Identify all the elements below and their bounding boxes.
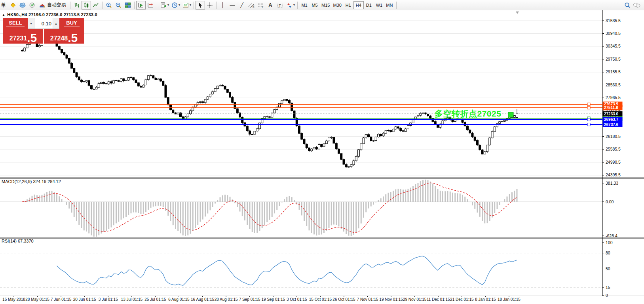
auto-scroll-icon[interactable]	[136, 1, 146, 10]
sell-price[interactable]: 27231 .5	[3, 29, 43, 44]
equidistant-channel-icon[interactable]: E	[247, 1, 256, 10]
templates-icon[interactable]	[181, 1, 190, 10]
rsi-axis-label: 100	[606, 240, 613, 245]
buy-label: BUY	[64, 20, 79, 27]
trendline-icon[interactable]: ╱	[237, 1, 247, 10]
new-order-button[interactable]: 单	[1, 2, 6, 9]
timeframe-m15[interactable]: M15	[320, 1, 331, 9]
timeframe-w1[interactable]: W1	[374, 1, 384, 9]
horizontal-line-icon[interactable]: —	[228, 1, 237, 10]
price-tick-label: 31535.5	[606, 18, 621, 23]
price-tick-label: 30940.5	[606, 31, 621, 36]
annotation-marker	[508, 112, 513, 117]
autotrading-button[interactable]: 自动交易	[37, 1, 68, 10]
rsi-line	[57, 256, 517, 285]
indicators-icon[interactable]	[159, 1, 168, 10]
price-badge: 26737.6	[604, 122, 619, 127]
price-badge: 27233.0	[604, 112, 619, 116]
rsi-indicator-label: RSI(14) 67.3370	[2, 239, 34, 243]
timeframe-mn[interactable]: MN	[384, 1, 395, 9]
text-label-icon[interactable]: T	[275, 1, 285, 10]
svg-text:T: T	[279, 3, 281, 7]
fibonacci-icon[interactable]: F	[256, 1, 266, 10]
sell-price-main: 27231	[9, 35, 27, 42]
vertical-line-icon[interactable]: │	[218, 1, 228, 10]
rsi-axis-label: 80	[606, 250, 610, 255]
zoom-out-icon[interactable]	[114, 1, 123, 10]
line-chart-icon[interactable]	[91, 1, 101, 10]
text-icon[interactable]: A	[266, 1, 275, 10]
autotrading-hat-icon	[39, 2, 46, 8]
tile-windows-icon[interactable]	[123, 1, 133, 10]
indicators-dropdown-caret[interactable]: ▾	[167, 3, 169, 7]
timeframe-h4[interactable]: H4	[353, 1, 364, 9]
price-tick-label: 25585.5	[606, 147, 621, 151]
chat-icon[interactable]	[632, 1, 642, 10]
bar-chart-icon[interactable]	[72, 1, 82, 10]
price-tick-label: 29750.5	[606, 57, 621, 61]
volume-increase-button[interactable]: ▲	[53, 18, 59, 29]
line-handle	[587, 103, 590, 105]
volume-control: ▼ ▲	[28, 18, 59, 29]
autotrading-label: 自动交易	[47, 2, 66, 8]
date-label: 18 Jan 01:15	[494, 297, 524, 302]
periods-clock-icon[interactable]	[170, 1, 179, 10]
separator	[134, 2, 135, 9]
chart-title: HK50-,H4 27196.0 27236.0 27113.5 27233.0	[7, 12, 97, 17]
macd-histogram	[22, 180, 517, 237]
macd-axis-label: 381.33	[606, 181, 618, 185]
price-tick-label: 24990.5	[606, 160, 621, 164]
arrows-dropdown-caret[interactable]: ▾	[293, 3, 295, 7]
chart-canvas[interactable]: 31535.530940.530345.529750.529155.528560…	[0, 10, 644, 304]
volume-decrease-button[interactable]: ▼	[28, 18, 34, 29]
cursor-icon[interactable]	[196, 1, 205, 10]
separator	[216, 2, 217, 9]
buy-price-frac: .5	[68, 33, 78, 43]
volume-input[interactable]	[34, 18, 53, 29]
price-tick-label: 29155.5	[606, 69, 621, 74]
rsi-axis-label: 50	[606, 266, 610, 271]
collapse-arrow-icon[interactable]: ▲	[2, 13, 5, 17]
price-axis: 31535.530940.530345.529750.529155.528560…	[602, 18, 621, 178]
search-icon[interactable]	[623, 1, 632, 10]
timeframe-m30[interactable]: M30	[331, 1, 343, 9]
separator	[70, 2, 70, 9]
svg-text:F: F	[262, 6, 264, 8]
price-badge: 26963.7	[604, 117, 619, 122]
buy-price[interactable]: 27248 .5	[44, 29, 84, 44]
periods-dropdown-caret[interactable]: ▾	[179, 3, 180, 7]
expert-icon[interactable]	[8, 1, 18, 10]
rsi-axis-label: 0	[606, 293, 608, 298]
crosshair-icon[interactable]	[205, 1, 215, 10]
buy-button[interactable]: BUY	[59, 18, 84, 29]
templates-dropdown-caret[interactable]: ▾	[190, 3, 191, 7]
macd-axis-label: 0.00	[606, 199, 614, 204]
chart-title-bar: ▲ HK50-,H4 27196.0 27236.0 27113.5 27233…	[2, 12, 97, 17]
timeframe-m5[interactable]: M5	[310, 1, 320, 9]
arrows-icon[interactable]	[285, 1, 294, 10]
line-handle	[587, 106, 590, 109]
timeframe-h1[interactable]: H1	[343, 1, 353, 9]
cloud-icon[interactable]	[18, 1, 27, 10]
line-handle	[587, 123, 590, 126]
separator	[194, 2, 194, 9]
zoom-in-icon[interactable]	[104, 1, 114, 10]
price-tick-label: 28560.5	[606, 82, 621, 87]
timeframe-d1[interactable]: D1	[364, 1, 374, 9]
timeframe-m1[interactable]: M1	[299, 1, 310, 9]
price-tick-label: 27965.5	[606, 95, 621, 100]
separator	[396, 2, 397, 9]
sell-label: SELL	[6, 20, 24, 27]
price-tick-label: 30345.5	[606, 44, 621, 48]
separator	[297, 2, 298, 9]
main-toolbar: 单 自动交易 ▾ ▾ ▾ │	[0, 0, 644, 10]
price-badge: 27511.8	[604, 105, 618, 110]
price-tick-label: 24395.5	[606, 172, 621, 177]
price-badges: 27673.927511.827025.726963.726737.627233…	[603, 101, 623, 127]
candlestick-icon[interactable]	[82, 1, 91, 10]
buy-price-main: 27248	[50, 35, 68, 42]
signal-icon[interactable]	[27, 1, 37, 10]
chart-shift-icon[interactable]	[146, 1, 155, 10]
sell-button[interactable]: SELL	[3, 18, 28, 29]
sell-price-frac: .5	[27, 33, 37, 43]
